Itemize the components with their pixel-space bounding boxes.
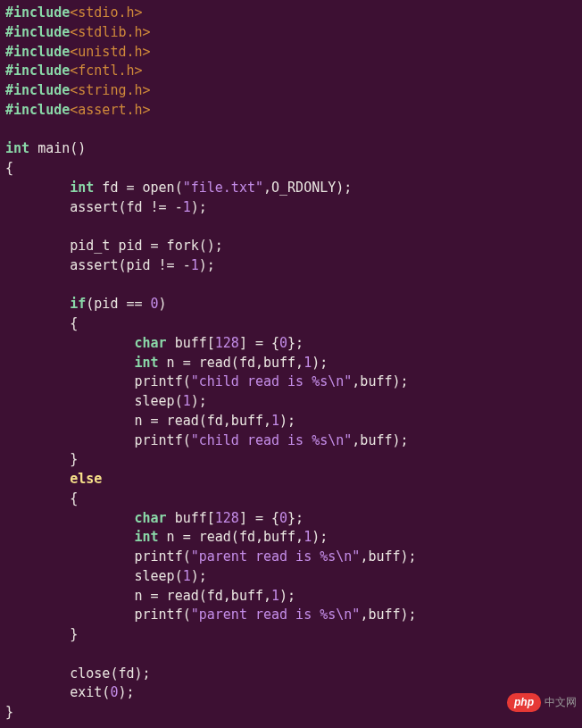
watermark: php 中文网	[507, 693, 577, 712]
code-line: #include	[5, 4, 70, 21]
watermark-text: 中文网	[545, 695, 577, 710]
watermark-pill: php	[507, 693, 541, 712]
code-block: #include<stdio.h> #include<stdlib.h> #in…	[0, 0, 582, 726]
